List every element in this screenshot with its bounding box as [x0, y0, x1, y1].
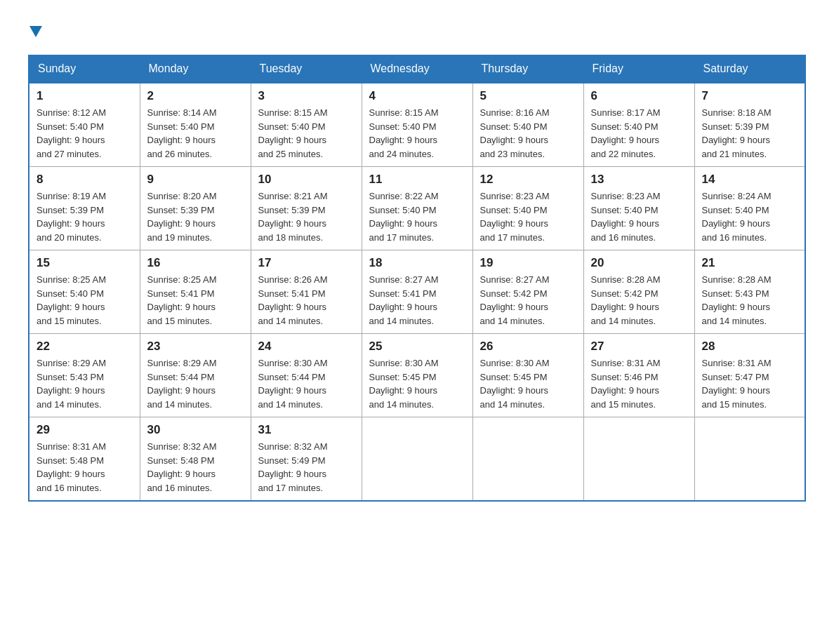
svg-marker-0: [29, 26, 42, 37]
day-cell-11: 11 Sunrise: 8:22 AM Sunset: 5:40 PM Dayl…: [362, 167, 472, 250]
empty-cell: [583, 417, 694, 502]
day-info: Sunrise: 8:20 AM Sunset: 5:39 PM Dayligh…: [147, 189, 244, 244]
day-number: 5: [480, 89, 576, 103]
day-cell-7: 7 Sunrise: 8:18 AM Sunset: 5:39 PM Dayli…: [694, 83, 805, 167]
day-cell-2: 2 Sunrise: 8:14 AM Sunset: 5:40 PM Dayli…: [140, 83, 251, 167]
day-number: 25: [369, 340, 465, 354]
day-cell-18: 18 Sunrise: 8:27 AM Sunset: 5:41 PM Dayl…: [362, 250, 472, 334]
day-header-saturday: Saturday: [694, 55, 805, 83]
day-cell-9: 9 Sunrise: 8:20 AM Sunset: 5:39 PM Dayli…: [140, 167, 251, 250]
day-cell-15: 15 Sunrise: 8:25 AM Sunset: 5:40 PM Dayl…: [29, 250, 140, 334]
day-info: Sunrise: 8:32 AM Sunset: 5:48 PM Dayligh…: [147, 440, 244, 495]
day-cell-19: 19 Sunrise: 8:27 AM Sunset: 5:42 PM Dayl…: [472, 250, 583, 334]
day-cell-28: 28 Sunrise: 8:31 AM Sunset: 5:47 PM Dayl…: [694, 334, 805, 417]
day-number: 21: [702, 256, 798, 270]
day-number: 11: [369, 173, 465, 187]
day-cell-6: 6 Sunrise: 8:17 AM Sunset: 5:40 PM Dayli…: [583, 83, 694, 167]
day-number: 16: [147, 256, 244, 270]
day-info: Sunrise: 8:27 AM Sunset: 5:41 PM Dayligh…: [369, 273, 465, 328]
day-info: Sunrise: 8:29 AM Sunset: 5:44 PM Dayligh…: [147, 356, 244, 411]
day-info: Sunrise: 8:31 AM Sunset: 5:48 PM Dayligh…: [37, 440, 133, 495]
empty-cell: [472, 417, 583, 502]
day-number: 10: [258, 173, 355, 187]
day-info: Sunrise: 8:17 AM Sunset: 5:40 PM Dayligh…: [591, 106, 687, 161]
day-info: Sunrise: 8:28 AM Sunset: 5:42 PM Dayligh…: [591, 273, 687, 328]
day-number: 18: [369, 256, 465, 270]
day-info: Sunrise: 8:26 AM Sunset: 5:41 PM Dayligh…: [258, 273, 355, 328]
day-info: Sunrise: 8:18 AM Sunset: 5:39 PM Dayligh…: [702, 106, 798, 161]
day-number: 29: [37, 423, 133, 437]
day-cell-27: 27 Sunrise: 8:31 AM Sunset: 5:46 PM Dayl…: [583, 334, 694, 417]
day-number: 15: [37, 256, 133, 270]
day-number: 31: [258, 423, 355, 437]
day-number: 7: [702, 89, 798, 103]
day-header-tuesday: Tuesday: [251, 55, 362, 83]
day-number: 30: [147, 423, 244, 437]
day-cell-20: 20 Sunrise: 8:28 AM Sunset: 5:42 PM Dayl…: [583, 250, 694, 334]
day-cell-3: 3 Sunrise: 8:15 AM Sunset: 5:40 PM Dayli…: [251, 83, 362, 167]
day-info: Sunrise: 8:19 AM Sunset: 5:39 PM Dayligh…: [37, 189, 133, 244]
calendar-header-row: SundayMondayTuesdayWednesdayThursdayFrid…: [29, 55, 805, 83]
day-number: 6: [591, 89, 687, 103]
empty-cell: [362, 417, 472, 502]
day-info: Sunrise: 8:15 AM Sunset: 5:40 PM Dayligh…: [369, 106, 465, 161]
day-cell-16: 16 Sunrise: 8:25 AM Sunset: 5:41 PM Dayl…: [140, 250, 251, 334]
logo-general: [28, 21, 42, 41]
week-row-3: 15 Sunrise: 8:25 AM Sunset: 5:40 PM Dayl…: [29, 250, 805, 334]
day-header-wednesday: Wednesday: [362, 55, 472, 83]
day-info: Sunrise: 8:23 AM Sunset: 5:40 PM Dayligh…: [480, 189, 576, 244]
day-info: Sunrise: 8:25 AM Sunset: 5:40 PM Dayligh…: [37, 273, 133, 328]
day-info: Sunrise: 8:30 AM Sunset: 5:45 PM Dayligh…: [369, 356, 465, 411]
day-info: Sunrise: 8:14 AM Sunset: 5:40 PM Dayligh…: [147, 106, 244, 161]
day-cell-30: 30 Sunrise: 8:32 AM Sunset: 5:48 PM Dayl…: [140, 417, 251, 502]
day-info: Sunrise: 8:29 AM Sunset: 5:43 PM Dayligh…: [37, 356, 133, 411]
day-header-friday: Friday: [583, 55, 694, 83]
day-info: Sunrise: 8:22 AM Sunset: 5:40 PM Dayligh…: [369, 189, 465, 244]
day-cell-14: 14 Sunrise: 8:24 AM Sunset: 5:40 PM Dayl…: [694, 167, 805, 250]
day-number: 1: [37, 89, 133, 103]
week-row-4: 22 Sunrise: 8:29 AM Sunset: 5:43 PM Dayl…: [29, 334, 805, 417]
day-cell-17: 17 Sunrise: 8:26 AM Sunset: 5:41 PM Dayl…: [251, 250, 362, 334]
week-row-1: 1 Sunrise: 8:12 AM Sunset: 5:40 PM Dayli…: [29, 83, 805, 167]
day-info: Sunrise: 8:23 AM Sunset: 5:40 PM Dayligh…: [591, 189, 687, 244]
day-number: 24: [258, 340, 355, 354]
day-cell-26: 26 Sunrise: 8:30 AM Sunset: 5:45 PM Dayl…: [472, 334, 583, 417]
day-info: Sunrise: 8:32 AM Sunset: 5:49 PM Dayligh…: [258, 440, 355, 495]
day-number: 9: [147, 173, 244, 187]
day-number: 26: [480, 340, 576, 354]
day-cell-10: 10 Sunrise: 8:21 AM Sunset: 5:39 PM Dayl…: [251, 167, 362, 250]
day-cell-12: 12 Sunrise: 8:23 AM Sunset: 5:40 PM Dayl…: [472, 167, 583, 250]
day-cell-29: 29 Sunrise: 8:31 AM Sunset: 5:48 PM Dayl…: [29, 417, 140, 502]
day-cell-31: 31 Sunrise: 8:32 AM Sunset: 5:49 PM Dayl…: [251, 417, 362, 502]
week-row-5: 29 Sunrise: 8:31 AM Sunset: 5:48 PM Dayl…: [29, 417, 805, 502]
day-number: 8: [37, 173, 133, 187]
day-cell-5: 5 Sunrise: 8:16 AM Sunset: 5:40 PM Dayli…: [472, 83, 583, 167]
day-number: 13: [591, 173, 687, 187]
day-info: Sunrise: 8:21 AM Sunset: 5:39 PM Dayligh…: [258, 189, 355, 244]
day-number: 4: [369, 89, 465, 103]
day-number: 22: [37, 340, 133, 354]
day-number: 27: [591, 340, 687, 354]
day-info: Sunrise: 8:12 AM Sunset: 5:40 PM Dayligh…: [37, 106, 133, 161]
day-number: 3: [258, 89, 355, 103]
day-info: Sunrise: 8:31 AM Sunset: 5:47 PM Dayligh…: [702, 356, 798, 411]
day-info: Sunrise: 8:30 AM Sunset: 5:45 PM Dayligh…: [480, 356, 576, 411]
day-info: Sunrise: 8:15 AM Sunset: 5:40 PM Dayligh…: [258, 106, 355, 161]
day-info: Sunrise: 8:24 AM Sunset: 5:40 PM Dayligh…: [702, 189, 798, 244]
day-info: Sunrise: 8:28 AM Sunset: 5:43 PM Dayligh…: [702, 273, 798, 328]
day-number: 19: [480, 256, 576, 270]
day-number: 28: [702, 340, 798, 354]
week-row-2: 8 Sunrise: 8:19 AM Sunset: 5:39 PM Dayli…: [29, 167, 805, 250]
day-header-monday: Monday: [140, 55, 251, 83]
day-cell-25: 25 Sunrise: 8:30 AM Sunset: 5:45 PM Dayl…: [362, 334, 472, 417]
day-cell-22: 22 Sunrise: 8:29 AM Sunset: 5:43 PM Dayl…: [29, 334, 140, 417]
day-number: 23: [147, 340, 244, 354]
day-cell-13: 13 Sunrise: 8:23 AM Sunset: 5:40 PM Dayl…: [583, 167, 694, 250]
day-info: Sunrise: 8:31 AM Sunset: 5:46 PM Dayligh…: [591, 356, 687, 411]
day-cell-21: 21 Sunrise: 8:28 AM Sunset: 5:43 PM Dayl…: [694, 250, 805, 334]
day-number: 14: [702, 173, 798, 187]
day-cell-4: 4 Sunrise: 8:15 AM Sunset: 5:40 PM Dayli…: [362, 83, 472, 167]
day-info: Sunrise: 8:16 AM Sunset: 5:40 PM Dayligh…: [480, 106, 576, 161]
logo-triangle-icon: [29, 26, 42, 39]
calendar-table: SundayMondayTuesdayWednesdayThursdayFrid…: [28, 55, 806, 502]
